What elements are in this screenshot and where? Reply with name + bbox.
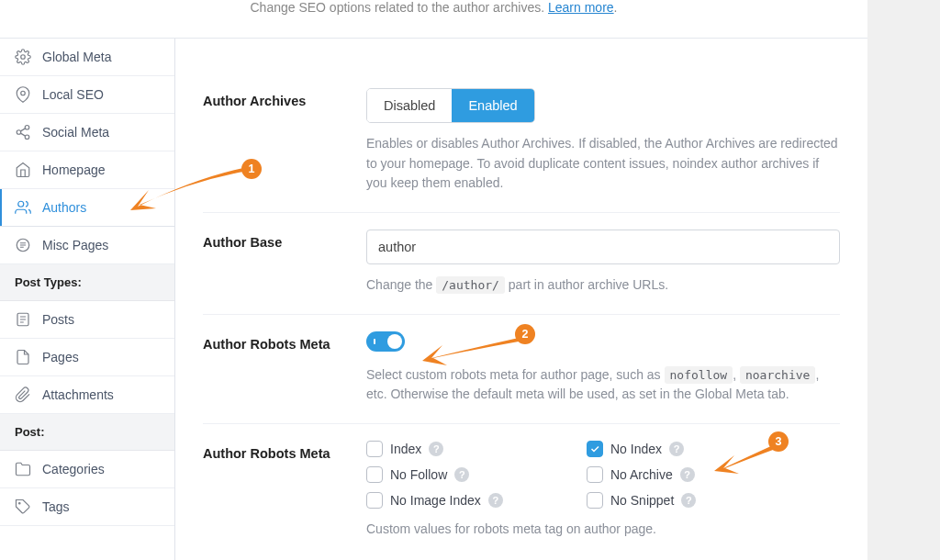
sidebar-item-label: Social Meta: [42, 125, 109, 140]
checkbox[interactable]: [366, 492, 383, 509]
code-nofollow: nofollow: [665, 366, 733, 384]
check-label: No Archive: [610, 467, 673, 482]
annotation-pill-1: 1: [241, 159, 262, 179]
author-archives-toggle: Disabled Enabled: [366, 88, 535, 123]
sidebar-item-label: Homepage: [42, 162, 106, 177]
help-icon[interactable]: ?: [429, 442, 443, 456]
sidebar-item-label: Misc Pages: [42, 238, 108, 252]
disabled-button[interactable]: Disabled: [367, 89, 452, 122]
right-gutter: [867, 0, 940, 560]
setting-label: Author Base: [203, 230, 366, 250]
help-icon[interactable]: ?: [454, 467, 469, 482]
annotation-pill-2: 2: [515, 324, 535, 344]
gear-icon: [15, 49, 31, 65]
svg-point-8: [19, 503, 21, 505]
svg-point-5: [18, 201, 24, 207]
sidebar-item-posts[interactable]: Posts: [0, 301, 174, 339]
check-label: No Index: [610, 442, 662, 456]
code-path: /author/: [436, 276, 505, 294]
list-icon: [15, 237, 31, 253]
learn-more-link[interactable]: Learn more: [548, 0, 614, 15]
page-icon: [15, 349, 31, 365]
sidebar-item-label: Local SEO: [42, 87, 104, 102]
checkbox[interactable]: [366, 441, 383, 457]
check-label: Index: [390, 442, 421, 456]
author-base-input[interactable]: [366, 230, 840, 264]
robots-meta-toggle[interactable]: [366, 331, 405, 352]
sidebar-item-local-seo[interactable]: Local SEO: [0, 76, 174, 114]
sidebar-item-attachments[interactable]: Attachments: [0, 376, 174, 414]
svg-point-2: [25, 126, 29, 130]
checkbox[interactable]: [587, 441, 603, 457]
checkbox[interactable]: [587, 466, 603, 483]
help-icon[interactable]: ?: [669, 442, 684, 456]
page-description: Change SEO options related to the author…: [0, 0, 867, 39]
setting-author-base: Author Base Change the /author/ part in …: [203, 213, 840, 315]
help-icon[interactable]: ?: [680, 467, 695, 482]
setting-label: Author Robots Meta: [203, 331, 366, 352]
setting-label: Author Robots Meta: [203, 441, 366, 461]
svg-point-1: [21, 91, 26, 95]
checkbox[interactable]: [587, 492, 603, 509]
svg-point-4: [25, 135, 29, 140]
help-text: Custom values for robots meta tag on aut…: [366, 520, 840, 540]
check-no-snippet[interactable]: No Snippet ?: [587, 492, 789, 509]
sidebar-item-label: Categories: [42, 462, 105, 476]
sidebar: Global Meta Local SEO Social Meta Homepa…: [0, 0, 175, 560]
setting-label: Author Archives: [203, 88, 366, 108]
folder-icon: [15, 461, 31, 477]
check-no-follow[interactable]: No Follow ?: [366, 466, 568, 483]
sidebar-item-misc-pages[interactable]: Misc Pages: [0, 227, 174, 264]
setting-author-archives: Author Archives Disabled Enabled Enables…: [203, 88, 840, 213]
check-label: No Follow: [390, 467, 447, 482]
check-label: No Snippet: [610, 493, 674, 508]
sidebar-section-post: Post:: [0, 414, 174, 451]
clip-icon: [15, 386, 31, 403]
tag-icon: [15, 498, 31, 515]
help-icon[interactable]: ?: [488, 493, 503, 508]
svg-point-0: [21, 55, 26, 60]
sidebar-item-label: Global Meta: [42, 50, 111, 64]
pin-icon: [15, 86, 31, 103]
svg-point-3: [17, 130, 21, 135]
annotation-pill-3: 3: [768, 431, 789, 452]
sidebar-item-global-meta[interactable]: Global Meta: [0, 39, 174, 76]
sidebar-item-tags[interactable]: Tags: [0, 488, 174, 526]
annotation-arrow-1: [110, 161, 257, 225]
annotation-arrow-2: [408, 330, 528, 372]
help-icon[interactable]: ?: [681, 493, 696, 508]
sidebar-section-post-types: Post Types:: [0, 264, 174, 301]
check-label: No Image Index: [390, 493, 481, 508]
sidebar-item-social-meta[interactable]: Social Meta: [0, 114, 174, 151]
enabled-button[interactable]: Enabled: [452, 89, 533, 122]
sidebar-item-label: Pages: [42, 350, 79, 364]
sidebar-item-label: Tags: [42, 499, 70, 514]
check-index[interactable]: Index ?: [366, 441, 568, 457]
post-icon: [15, 311, 31, 328]
sidebar-item-pages[interactable]: Pages: [0, 339, 174, 376]
checkbox[interactable]: [366, 466, 383, 483]
sidebar-item-label: Attachments: [42, 387, 114, 402]
share-icon: [15, 124, 31, 140]
code-noarchive: noarchive: [740, 366, 815, 384]
help-text: Change the /author/ part in author archi…: [366, 275, 840, 296]
sidebar-item-categories[interactable]: Categories: [0, 451, 174, 488]
home-icon: [15, 162, 31, 178]
help-text: Enables or disables Author Archives. If …: [366, 134, 840, 194]
sidebar-item-label: Posts: [42, 312, 74, 327]
users-icon: [15, 199, 31, 216]
sidebar-item-label: Authors: [42, 200, 86, 215]
check-no-image-index[interactable]: No Image Index ?: [366, 492, 568, 509]
